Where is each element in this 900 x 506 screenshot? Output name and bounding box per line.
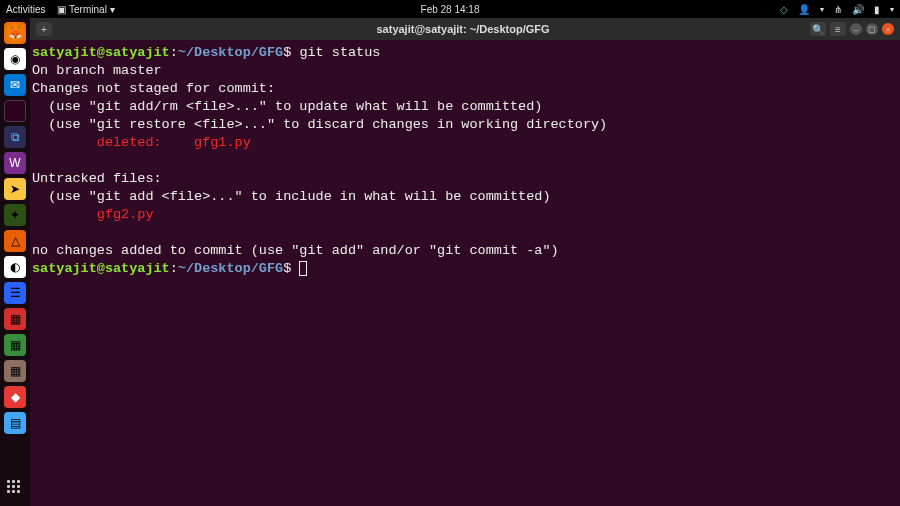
accessibility-icon: 👤: [798, 4, 810, 15]
prompt-dollar: $: [283, 261, 291, 276]
minimize-button[interactable]: –: [850, 23, 862, 35]
terminal-body[interactable]: satyajit@satyajit:~/Desktop/GFG$ git sta…: [30, 40, 900, 506]
dock-app8[interactable]: ✦: [4, 204, 26, 226]
dock-app13[interactable]: ▦: [4, 334, 26, 356]
output-line: no changes added to commit (use "git add…: [32, 243, 559, 258]
close-button[interactable]: ×: [882, 23, 894, 35]
output-line: (use "git restore <file>..." to discard …: [32, 117, 607, 132]
activities-button[interactable]: Activities: [6, 4, 45, 15]
app-menu-label: Terminal ▾: [69, 4, 115, 15]
window-titlebar: + satyajit@satyajit: ~/Desktop/GFG 🔍 ≡ –…: [30, 18, 900, 40]
dock: 🦊 ◉ ✉ ⧉ W ➤ ✦ △ ◐ ☰ ▦ ▦ ▦ ◆ ▤: [0, 18, 30, 506]
dock-app10[interactable]: ◐: [4, 256, 26, 278]
output-line: Changes not staged for commit:: [32, 81, 275, 96]
dock-app14[interactable]: ▦: [4, 360, 26, 382]
prompt-dollar: $: [283, 45, 291, 60]
prompt-user: satyajit@satyajit: [32, 45, 170, 60]
maximize-button[interactable]: ▢: [866, 23, 878, 35]
prompt-path: ~/Desktop/GFG: [178, 261, 283, 276]
cursor: [299, 261, 307, 276]
search-icon: 🔍: [812, 24, 824, 35]
prompt-path: ~/Desktop/GFG: [178, 45, 283, 60]
menu-button[interactable]: ≡: [830, 22, 846, 36]
volume-icon: 🔊: [852, 4, 864, 15]
prompt-user: satyajit@satyajit: [32, 261, 170, 276]
app-menu[interactable]: ▣ Terminal ▾: [57, 4, 114, 15]
dock-app16[interactable]: ▤: [4, 412, 26, 434]
chevron-down-icon: ▾: [890, 5, 894, 14]
wifi-icon: ⋔: [834, 4, 842, 15]
prompt-colon: :: [170, 45, 178, 60]
output-deleted: deleted: gfg1.py: [32, 135, 251, 150]
dock-chrome[interactable]: ◉: [4, 48, 26, 70]
prompt-colon: :: [170, 261, 178, 276]
dock-arrow[interactable]: ➤: [4, 178, 26, 200]
window-title: satyajit@satyajit: ~/Desktop/GFG: [116, 23, 810, 35]
output-line: (use "git add <file>..." to include in w…: [32, 189, 550, 204]
dock-app15[interactable]: ◆: [4, 386, 26, 408]
hamburger-icon: ≡: [835, 24, 841, 35]
search-button[interactable]: 🔍: [810, 22, 826, 36]
dock-word[interactable]: W: [4, 152, 26, 174]
dock-terminal[interactable]: [4, 100, 26, 122]
status-area[interactable]: ◇ 👤 ▾ ⋔ 🔊 ▮ ▾: [780, 4, 894, 15]
output-untracked: gfg2.py: [32, 207, 154, 222]
dock-outlook[interactable]: ✉: [4, 74, 26, 96]
dock-app12[interactable]: ▦: [4, 308, 26, 330]
command-git-status: git status: [299, 45, 380, 60]
network-icon: ▾: [820, 5, 824, 14]
clock[interactable]: Feb 28 14:18: [421, 4, 480, 15]
dock-vlc[interactable]: △: [4, 230, 26, 252]
screenshot-icon: ◇: [780, 4, 788, 15]
battery-icon: ▮: [874, 4, 880, 15]
terminal-icon: ▣: [57, 4, 66, 15]
output-line: On branch master: [32, 63, 162, 78]
output-line: (use "git add/rm <file>..." to update wh…: [32, 99, 542, 114]
show-applications-button[interactable]: [7, 480, 23, 496]
new-tab-button[interactable]: +: [36, 22, 52, 36]
dock-vscode[interactable]: ⧉: [4, 126, 26, 148]
dock-app11[interactable]: ☰: [4, 282, 26, 304]
dock-firefox[interactable]: 🦊: [4, 22, 26, 44]
terminal-window: + satyajit@satyajit: ~/Desktop/GFG 🔍 ≡ –…: [30, 18, 900, 506]
top-panel: Activities ▣ Terminal ▾ Feb 28 14:18 ◇ 👤…: [0, 0, 900, 18]
output-line: Untracked files:: [32, 171, 162, 186]
